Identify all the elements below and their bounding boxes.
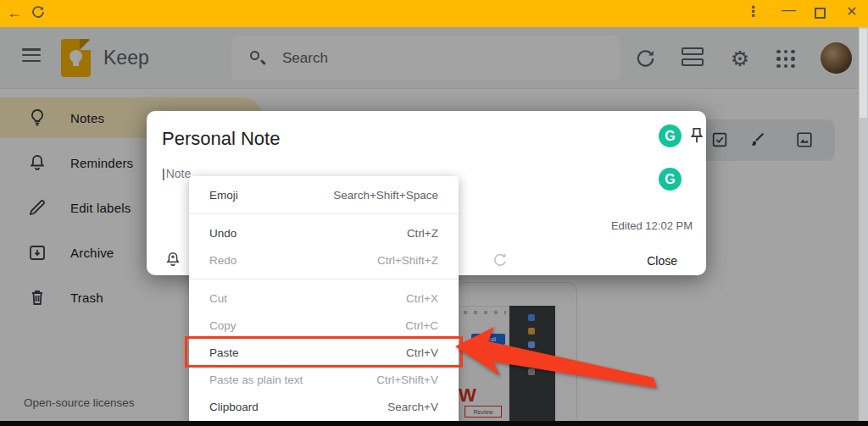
- close-note-button[interactable]: Close: [638, 249, 686, 273]
- grammarly-icon[interactable]: G: [659, 124, 682, 147]
- redo-icon[interactable]: [490, 251, 509, 266]
- reload-icon[interactable]: [31, 4, 46, 19]
- menu-item-clipboard[interactable]: Clipboard Search+V: [189, 393, 459, 420]
- back-icon[interactable]: ←: [7, 5, 22, 20]
- scrollbar-thumb[interactable]: [860, 29, 867, 118]
- screen: ← ⋮ — ✕ Keep Search ⚙: [0, 0, 868, 426]
- menu-item-paste-plain[interactable]: Paste as plain text Ctrl+Shift+V: [189, 366, 459, 393]
- browser-menu-icon[interactable]: ⋮: [746, 4, 760, 19]
- window-titlebar: ← ⋮ — ✕: [0, 0, 868, 27]
- add-reminder-icon[interactable]: [164, 249, 182, 269]
- note-body-input[interactable]: |Note: [162, 167, 191, 180]
- menu-item-cut[interactable]: Cut Ctrl+X: [189, 285, 459, 312]
- scrollbar[interactable]: [859, 27, 868, 421]
- text-caret: |: [162, 167, 165, 180]
- note-title[interactable]: Personal Note: [162, 128, 280, 150]
- minimize-icon[interactable]: —: [782, 3, 796, 17]
- edited-timestamp: Edited 12:02 PM: [611, 219, 693, 232]
- menu-separator: [189, 279, 459, 279]
- menu-item-emoji[interactable]: Emoji Search+Shift+Space: [189, 181, 459, 208]
- close-window-icon[interactable]: ✕: [846, 5, 857, 19]
- bottom-edge-bar: [0, 421, 868, 426]
- maximize-icon[interactable]: [815, 8, 826, 19]
- menu-separator: [189, 213, 459, 214]
- menu-item-copy[interactable]: Copy Ctrl+C: [189, 312, 459, 339]
- pin-note-icon[interactable]: [687, 126, 706, 147]
- annotation-highlight-box: [185, 336, 463, 368]
- menu-item-redo[interactable]: Redo Ctrl+Shift+Z: [189, 246, 459, 274]
- menu-item-undo[interactable]: Undo Ctrl+Z: [189, 219, 459, 246]
- grammarly-icon[interactable]: G: [659, 168, 682, 191]
- context-menu: Emoji Search+Shift+Space Undo Ctrl+Z Red…: [189, 176, 459, 426]
